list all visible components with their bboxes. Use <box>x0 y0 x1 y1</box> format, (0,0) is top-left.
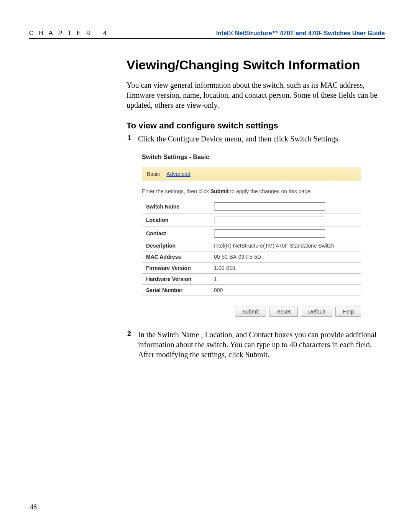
tab-bar: Basic Advanced <box>142 167 361 181</box>
figure-note-pre: Enter the settings, then click <box>142 188 210 194</box>
input-contact[interactable] <box>214 229 325 238</box>
figure-title: Switch Settings - Basic <box>142 154 361 161</box>
value-description: Intel(R) NetStructure(TM) 470F Standalon… <box>210 240 361 251</box>
reset-button[interactable]: Reset <box>269 307 298 317</box>
value-hardware-version: 1 <box>210 274 361 285</box>
label-mac-address: MAC Address <box>142 251 210 263</box>
label-contact: Contact <box>142 227 210 240</box>
default-button[interactable]: Default <box>301 307 332 317</box>
intro-paragraph: You can view general information about t… <box>127 80 384 110</box>
label-firmware-version: Firmware Version <box>142 263 210 274</box>
label-switch-name: Switch Name <box>142 200 210 213</box>
guide-title: Intel® NetStructure™ 470T and 470F Switc… <box>216 30 385 37</box>
label-location: Location <box>142 213 210 227</box>
value-serial-number: 000 <box>210 285 361 296</box>
submit-button[interactable]: Submit <box>235 307 266 317</box>
chapter-label: CHAPTER 4 <box>29 30 112 37</box>
label-description: Description <box>142 240 210 251</box>
page-title: Viewing/Changing Switch Information <box>127 57 384 72</box>
label-serial-number: Serial Number <box>142 285 210 296</box>
input-switch-name[interactable] <box>214 202 325 211</box>
running-header: CHAPTER 4 Intel® NetStructure™ 470T and … <box>29 30 385 39</box>
page-number: 46 <box>30 503 37 511</box>
tab-advanced[interactable]: Advanced <box>166 171 190 177</box>
tab-basic[interactable]: Basic <box>147 171 160 177</box>
settings-table: Switch Name Location Contact Description… <box>142 200 361 296</box>
section-heading: To view and configure switch settings <box>127 121 384 131</box>
step-1: Click the Configure Device menu, and the… <box>127 134 384 144</box>
label-hardware-version: Hardware Version <box>142 274 210 285</box>
button-row: Submit Reset Default Help <box>142 307 361 317</box>
value-firmware-version: 1.00-B01 <box>210 263 361 274</box>
figure-note-bold: Submit <box>210 188 228 194</box>
help-button[interactable]: Help <box>335 307 361 317</box>
step-2: In the Switch Name , Location, and Conta… <box>127 330 384 360</box>
figure-note: Enter the settings, then click Submit to… <box>142 188 361 194</box>
input-location[interactable] <box>214 216 325 224</box>
value-mac-address: 00-50-BA-09-F5-5D <box>210 251 361 263</box>
switch-settings-screenshot: Switch Settings - Basic Basic Advanced E… <box>142 154 361 317</box>
figure-note-post: to apply the changes on this page. <box>228 188 312 194</box>
